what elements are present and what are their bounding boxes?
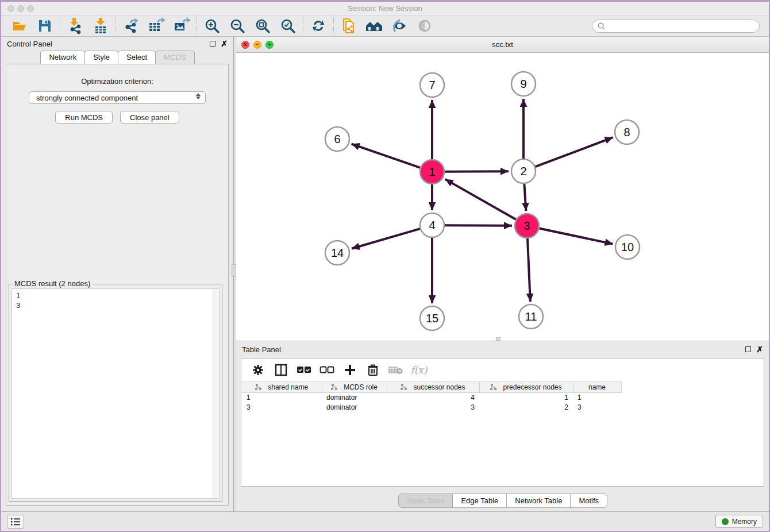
svg-text:10: 10 — [621, 241, 634, 253]
tab-network[interactable]: Network — [40, 51, 85, 64]
mcds-result-text[interactable]: 1 3 — [11, 288, 220, 499]
table-cell[interactable]: 3 — [573, 403, 621, 413]
graph-edge-3-11[interactable] — [528, 238, 530, 302]
svg-text:11: 11 — [525, 310, 537, 323]
column-header-successor-nodes[interactable]: successor nodes — [387, 382, 479, 393]
table-float-icon[interactable] — [745, 346, 751, 352]
tab-mcds[interactable]: MCDS — [155, 51, 194, 64]
table-cell[interactable]: 4 — [387, 393, 479, 403]
deselect-all-icon[interactable] — [319, 363, 334, 377]
delete-selected-icon[interactable] — [365, 363, 380, 377]
hide-selected-icon[interactable] — [387, 17, 412, 35]
svg-text:7: 7 — [429, 79, 435, 91]
tab-node-table[interactable]: Node Table — [398, 494, 453, 508]
zoom-fit-icon[interactable] — [250, 17, 275, 35]
graph-node-9[interactable]: 9 — [511, 72, 536, 96]
graph-node-7[interactable]: 7 — [420, 73, 444, 97]
tab-network-table[interactable]: Network Table — [506, 494, 571, 508]
column-header-name[interactable]: name — [573, 382, 621, 393]
graph-node-10[interactable]: 10 — [615, 235, 640, 259]
table-cell[interactable]: 2 — [479, 403, 573, 413]
svg-text:8: 8 — [623, 126, 630, 138]
tab-edge-table[interactable]: Edge Table — [452, 494, 507, 508]
zoom-out-icon[interactable] — [225, 17, 250, 35]
first-neighbors-icon[interactable] — [361, 17, 387, 35]
graph-edge-2-3[interactable] — [524, 184, 526, 211]
mcds-result-title: MCDS result (2 nodes) — [12, 279, 93, 288]
graph-node-1[interactable]: 1 — [420, 160, 444, 184]
column-header-predecessor-nodes[interactable]: predecessor nodes — [479, 382, 573, 393]
tab-style[interactable]: Style — [84, 51, 118, 64]
graph-node-14[interactable]: 14 — [325, 241, 349, 265]
column-header-shared-name[interactable]: shared name — [242, 382, 322, 393]
close-panel-icon[interactable]: ✗ — [221, 41, 228, 47]
task-history-button[interactable] — [7, 515, 24, 529]
memory-button[interactable]: Memory — [715, 515, 763, 528]
graph-edge-3-1[interactable] — [445, 179, 516, 219]
column-header-MCDS-role[interactable]: MCDS role — [322, 382, 387, 393]
settings-gear-icon[interactable] — [251, 363, 265, 377]
import-network-icon[interactable] — [63, 17, 88, 35]
table-cell[interactable]: 1 — [573, 393, 621, 403]
export-table-icon[interactable] — [144, 17, 169, 35]
toolbar-separator — [333, 17, 334, 34]
network-canvas[interactable]: 7968124314101511 — [236, 53, 769, 341]
canvas-grip[interactable] — [496, 337, 500, 341]
mcds-panel: Optimization criterion: strongly connect… — [6, 64, 229, 506]
float-panel-icon[interactable] — [210, 41, 215, 47]
table-row[interactable]: 3dominator323 — [242, 403, 621, 413]
close-panel-button[interactable]: Close panel — [120, 111, 179, 124]
graph-edge-1-2[interactable] — [445, 171, 509, 172]
split-view-icon[interactable] — [274, 363, 288, 377]
table-row[interactable]: 1dominator411 — [242, 393, 621, 403]
show-all-icon[interactable] — [412, 17, 437, 35]
graph-edge-4-3[interactable] — [445, 225, 512, 226]
graph-edge-2-8[interactable] — [536, 137, 613, 167]
delete-column-icon — [388, 363, 403, 377]
run-mcds-button[interactable]: Run MCDS — [55, 111, 113, 124]
table-cell[interactable]: 1 — [242, 393, 322, 403]
network-window-titlebar[interactable]: ✕ − + scc.txt — [236, 37, 769, 53]
zoom-selected-icon[interactable] — [275, 17, 301, 35]
select-all-icon[interactable] — [297, 363, 311, 377]
graph-node-11[interactable]: 11 — [519, 304, 543, 329]
node-table[interactable]: shared nameMCDS rolesuccessor nodesprede… — [242, 381, 622, 413]
svg-text:3: 3 — [523, 219, 530, 232]
criterion-select[interactable]: strongly connected component — [29, 91, 206, 104]
table-cell[interactable]: 3 — [242, 403, 322, 413]
graph-edge-3-10[interactable] — [540, 229, 613, 244]
graph-node-2[interactable]: 2 — [511, 159, 536, 183]
zoom-in-icon[interactable] — [199, 17, 225, 35]
graph-edge-1-6[interactable] — [352, 144, 421, 167]
clone-network-icon[interactable] — [336, 17, 361, 35]
apply-layout-icon[interactable] — [306, 17, 331, 35]
import-table-icon[interactable] — [88, 17, 113, 35]
open-session-icon[interactable] — [7, 17, 32, 35]
graph-node-4[interactable]: 4 — [420, 213, 444, 237]
search-box[interactable] — [592, 20, 760, 33]
table-cell[interactable]: 3 — [387, 403, 479, 413]
memory-label: Memory — [732, 518, 757, 526]
graph-node-8[interactable]: 8 — [615, 120, 639, 144]
save-session-icon[interactable] — [32, 17, 57, 35]
table-panel-title: Table Panel — [242, 345, 281, 354]
toolbar-separator — [60, 17, 60, 34]
graph-node-6[interactable]: 6 — [325, 127, 349, 151]
tab-motifs[interactable]: Motifs — [570, 494, 607, 508]
table-cell[interactable]: 1 — [479, 393, 573, 403]
tab-select[interactable]: Select — [118, 51, 156, 64]
table-close-icon[interactable]: ✗ — [756, 346, 763, 352]
graph-node-3[interactable]: 3 — [515, 214, 539, 238]
window-title: Session: New Session — [1, 4, 769, 13]
result-scrollbar[interactable] — [213, 289, 219, 498]
table-cell[interactable]: dominator — [322, 403, 387, 413]
export-image-icon[interactable] — [169, 17, 194, 35]
add-column-icon[interactable] — [342, 363, 357, 377]
toolbar-separator — [116, 17, 116, 34]
export-network-icon[interactable] — [118, 17, 144, 35]
table-cell[interactable]: dominator — [322, 393, 387, 403]
graph-edge-4-14[interactable] — [352, 229, 420, 249]
memory-status-icon — [722, 518, 729, 525]
graph-node-15[interactable]: 15 — [420, 306, 444, 330]
search-input[interactable] — [606, 22, 754, 30]
